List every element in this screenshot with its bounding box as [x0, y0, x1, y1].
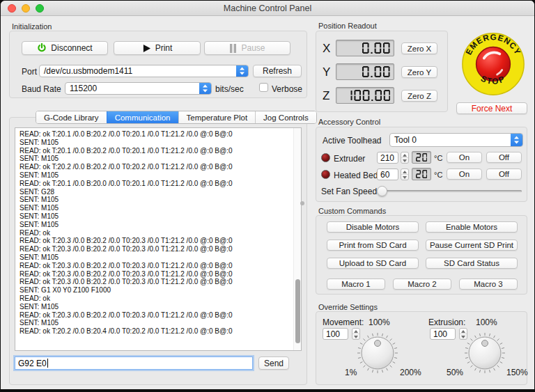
accessory-control-label: Accessory Control [318, 118, 380, 126]
extruder-setpoint-field[interactable]: 210 [377, 152, 398, 164]
initialization-label: Initialization [12, 22, 52, 31]
log-line: READ: ok T:20.3 /0.0 B:20.2 /0.0 T0:20.3… [20, 270, 291, 279]
log-line: SENT: M105 [20, 155, 291, 163]
print-from-sd-button[interactable]: Print from SD Card [327, 240, 419, 251]
print-button[interactable]: Print [114, 41, 201, 55]
extrusion-min-label: 50% [447, 368, 463, 377]
tab-temperature-plot[interactable]: Temperature Plot [178, 111, 256, 123]
force-next-button[interactable]: Force Next [456, 102, 527, 114]
verbose-label: Verbose [272, 84, 302, 94]
zero-y-button[interactable]: Zero Y [401, 66, 437, 78]
log-line: SENT: M105 [20, 212, 291, 221]
y-axis-label: Y [323, 65, 330, 79]
x-axis-label: X [323, 42, 330, 56]
heated-bed-on-button[interactable]: On [447, 168, 482, 180]
log-line: READ: ok T:20.3 /0.0 B:20.2 /0.0 T0:20.3… [20, 311, 291, 320]
log-scrollbar[interactable] [293, 128, 301, 350]
pause-icon [229, 44, 237, 53]
z-position-display [336, 87, 394, 104]
log-line: READ: ok T:20.3 /0.0 B:20.2 /0.0 T0:20.3… [20, 278, 291, 286]
verbose-checkbox[interactable] [259, 83, 268, 92]
log-line: SENT: M105 [20, 319, 291, 327]
zero-x-button[interactable]: Zero X [401, 42, 437, 54]
extrusion-max-label: 150% [506, 368, 528, 377]
log-scrollbar-thumb[interactable] [295, 279, 300, 344]
log-line: SENT: M105 [20, 171, 291, 180]
tab-communication[interactable]: Communication [107, 111, 178, 123]
baud-rate-value: 115200 [65, 84, 199, 93]
macro-2-button[interactable]: Macro 2 [393, 279, 451, 290]
extrusion-label: Extrusion: [428, 317, 465, 327]
splitter-handle[interactable] [300, 201, 304, 205]
log-line: READ: ok [20, 295, 291, 303]
macro-1-label: Macro 1 [341, 280, 371, 288]
window-title: Machine Control Panel [1, 3, 534, 13]
print-label: Print [155, 43, 173, 53]
extruder-setpoint-stepper[interactable] [401, 152, 409, 164]
log-line: SENT: G1 X0 Y0 Z100 F1000 [20, 286, 291, 295]
stepper-down-icon [403, 176, 407, 179]
extruder-off-button[interactable]: Off [486, 152, 522, 163]
tab-jog-controls[interactable]: Jog Controls [255, 111, 316, 123]
z-axis-label: Z [323, 89, 329, 103]
dropdown-arrows-icon [199, 83, 211, 94]
baud-rate-dropdown[interactable]: 115200 [65, 82, 212, 95]
extrusion-knob[interactable] [463, 330, 507, 375]
send-label: Send [264, 359, 284, 368]
zero-z-label: Zero Z [408, 92, 431, 100]
enable-motors-button[interactable]: Enable Motors [426, 221, 518, 233]
heated-bed-setpoint-field[interactable]: 60 [377, 168, 398, 180]
x-position-display [336, 40, 394, 56]
set-fan-speed-label: Set Fan Speed [321, 187, 377, 196]
macro-3-button[interactable]: Macro 3 [459, 279, 518, 290]
emergency-stop-button[interactable]: EMERGENCY STOP [460, 31, 526, 97]
heated-bed-setpoint-stepper[interactable] [401, 168, 409, 180]
tab-gcode-library[interactable]: G-Code Library [36, 111, 107, 123]
override-settings-label: Override Settings [318, 303, 378, 311]
log-line: SENT: G28 [20, 188, 291, 196]
force-next-label: Force Next [472, 104, 513, 113]
log-line: SENT: M105 [20, 221, 291, 229]
upload-to-sd-button[interactable]: Upload to SD Card [327, 258, 419, 269]
macro-2-label: Macro 2 [408, 280, 437, 288]
refresh-button[interactable]: Refresh [253, 65, 302, 77]
disconnect-button[interactable]: Disconnect [22, 41, 108, 55]
play-icon [142, 44, 151, 53]
title-bar: Machine Control Panel [1, 1, 534, 16]
gcode-command-input[interactable]: G92 E0 [15, 356, 253, 370]
pause-button[interactable]: Pause [204, 41, 290, 55]
log-line: READ: ok T:20.3 /0.0 B:20.2 /0.0 T0:20.3… [20, 237, 291, 245]
extruder-on-button[interactable]: On [447, 152, 482, 163]
disable-motors-button[interactable]: Disable Motors [327, 221, 419, 233]
tab-bar: G-Code Library Communication Temperature… [36, 111, 317, 124]
heated-bed-label: Heated Bed [334, 171, 378, 180]
fan-speed-slider-thumb[interactable] [377, 186, 387, 196]
baud-unit-label: bits/sec [215, 84, 244, 94]
communication-log[interactable]: READ: ok T:20.1 /0.0 B:20.2 /0.0 T0:20.1… [15, 127, 302, 351]
fan-speed-slider[interactable] [378, 190, 522, 192]
pause-sd-print-button[interactable]: Pause Current SD Print [426, 240, 518, 251]
zero-z-button[interactable]: Zero Z [401, 90, 437, 102]
extrusion-value-field[interactable]: 100 [430, 328, 456, 340]
log-line: READ: ok T:20.3 /0.0 B:20.2 /0.0 T0:20.3… [20, 262, 291, 270]
send-button[interactable]: Send [258, 356, 289, 370]
heated-bed-off-button[interactable]: Off [486, 168, 522, 180]
movement-current-pct: 100% [369, 317, 390, 327]
log-line: SENT: M105 [20, 253, 291, 262]
movement-knob[interactable] [355, 330, 400, 375]
movement-label: Movement: [323, 317, 364, 327]
heated-bed-on-label: On [459, 170, 470, 178]
extruder-off-label: Off [499, 153, 509, 162]
log-line: SENT: M105 [20, 303, 291, 311]
macro-1-button[interactable]: Macro 1 [327, 279, 385, 290]
sd-card-status-button[interactable]: SD Card Status [426, 258, 518, 269]
pause-sd-print-label: Pause Current SD Print [430, 241, 513, 249]
extrusion-current-pct: 100% [476, 317, 497, 327]
port-dropdown[interactable]: /dev/cu.usbmodem1411 [39, 65, 249, 77]
heated-bed-current-temp-display [412, 168, 431, 180]
active-toolhead-dropdown[interactable]: Tool 0 [389, 133, 523, 147]
pause-label: Pause [241, 43, 265, 53]
enable-motors-label: Enable Motors [446, 223, 497, 231]
stepper-up-icon [403, 154, 407, 157]
movement-value-field[interactable]: 100 [323, 328, 348, 340]
